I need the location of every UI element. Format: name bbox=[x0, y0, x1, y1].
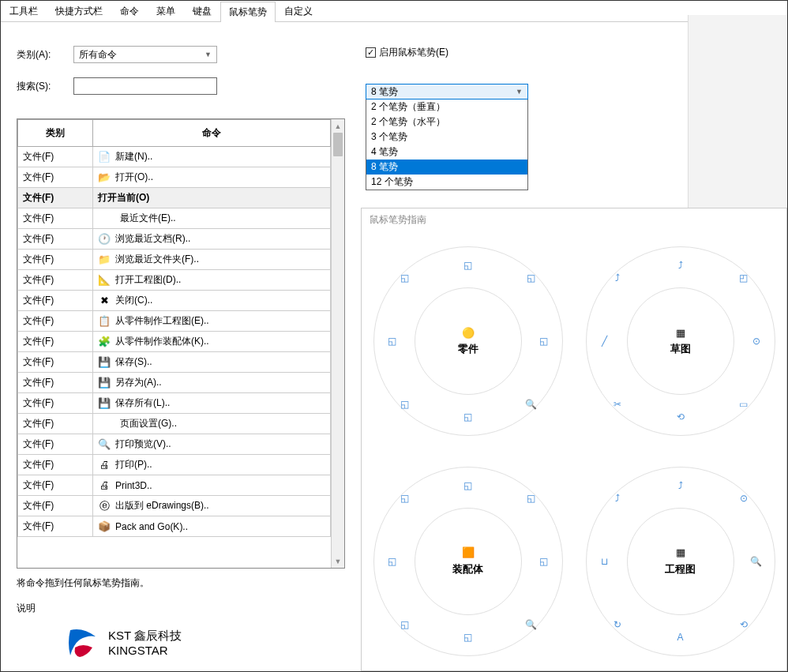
command-icon: 💾 bbox=[98, 356, 111, 369]
check-icon: ✓ bbox=[366, 47, 376, 58]
tab-1[interactable]: 快捷方式栏 bbox=[47, 1, 111, 21]
gesture-guide-panel: 鼠标笔势指南 🟡零件◱◱◱🔍◱◱◱◱▦草图⤴◰⊙▭⟲✂╱⤴🟧装配体◱◱◱🔍◱◱◱… bbox=[361, 208, 787, 671]
gesture-slot[interactable]: 🔍 bbox=[523, 396, 539, 412]
gesture-slot[interactable]: ◱ bbox=[460, 257, 476, 273]
gesture-option[interactable]: 8 笔势 bbox=[366, 160, 527, 175]
table-row[interactable]: 文件(F)💾另存为(A).. bbox=[18, 373, 331, 393]
command-icon: 📦 bbox=[98, 520, 111, 533]
gesture-slot[interactable]: ◱ bbox=[523, 490, 539, 506]
gesture-count-select[interactable]: 8 笔势▼ bbox=[366, 84, 528, 99]
table-row[interactable]: 文件(F)最近文件(E).. bbox=[18, 208, 331, 229]
category-select[interactable]: 所有命令▼ bbox=[73, 46, 217, 63]
command-icon: 🖨 bbox=[98, 459, 111, 471]
gesture-option[interactable]: 2 个笔势（水平） bbox=[366, 115, 527, 130]
table-row[interactable]: 文件(F)📋从零件制作工程图(E).. bbox=[18, 311, 331, 332]
table-row[interactable]: 文件(F)🖨Print3D.. bbox=[18, 475, 331, 496]
command-icon: 📐 bbox=[98, 274, 111, 287]
table-row[interactable]: 文件(F)🧩从零件制作装配体(K).. bbox=[18, 332, 331, 352]
gesture-count-dropdown: 2 个笔势（垂直）2 个笔势（水平）3 个笔势4 笔势8 笔势12 个笔势 bbox=[366, 99, 528, 190]
command-icon: 📋 bbox=[98, 315, 111, 328]
table-row[interactable]: 文件(F)💾保存(S).. bbox=[18, 352, 331, 373]
table-row[interactable]: 文件(F)🔍打印预览(V).. bbox=[18, 434, 331, 455]
wheel-center-icon: ▦ bbox=[674, 326, 687, 339]
gesture-slot[interactable]: ◱ bbox=[385, 554, 400, 569]
gesture-option[interactable]: 2 个笔势（垂直） bbox=[366, 99, 527, 115]
gesture-option[interactable]: 3 个笔势 bbox=[366, 130, 527, 145]
gesture-slot[interactable]: 🔍 bbox=[523, 617, 539, 633]
gesture-slot[interactable]: ◱ bbox=[397, 396, 413, 412]
table-row[interactable]: 文件(F)ⓔ出版到 eDrawings(B).. bbox=[18, 496, 331, 516]
tab-6[interactable]: 自定义 bbox=[276, 1, 321, 21]
tab-4[interactable]: 键盘 bbox=[184, 1, 220, 21]
wheel-label: 装配体 bbox=[452, 562, 483, 576]
gesture-slot[interactable]: 🔍 bbox=[749, 554, 764, 569]
col-category[interactable]: 类别 bbox=[18, 120, 93, 147]
description-label: 说明 bbox=[17, 602, 36, 615]
gesture-slot[interactable]: ◱ bbox=[397, 617, 413, 633]
gesture-slot[interactable]: A bbox=[673, 629, 689, 645]
table-row[interactable]: 文件(F)📄新建(N).. bbox=[18, 147, 331, 167]
table-row[interactable]: 文件(F)📂打开(O).. bbox=[18, 167, 331, 188]
table-row[interactable]: 文件(F)🕐浏览最近文档(R).. bbox=[18, 229, 331, 250]
gesture-slot[interactable]: ⤴ bbox=[610, 490, 625, 506]
scroll-up-icon[interactable]: ▲ bbox=[332, 119, 344, 133]
command-icon: 🧩 bbox=[98, 336, 111, 348]
gesture-slot[interactable]: ▭ bbox=[736, 396, 752, 412]
table-row[interactable]: 文件(F)📁浏览最近文件夹(F).. bbox=[18, 250, 331, 270]
gesture-slot[interactable]: ◱ bbox=[397, 490, 413, 506]
gesture-slot[interactable]: ╱ bbox=[597, 333, 613, 349]
table-scrollbar[interactable]: ▲ ▼ bbox=[331, 119, 344, 568]
gesture-option[interactable]: 4 笔势 bbox=[366, 145, 527, 160]
search-label: 搜索(S): bbox=[17, 80, 73, 93]
table-row[interactable]: 文件(F)页面设置(G).. bbox=[18, 414, 331, 434]
gesture-slot[interactable]: ◱ bbox=[523, 270, 539, 286]
gesture-slot[interactable]: ⟲ bbox=[736, 617, 752, 633]
gesture-slot[interactable]: ◱ bbox=[385, 333, 400, 349]
table-row[interactable]: 文件(F)🖨打印(P).. bbox=[18, 455, 331, 475]
table-row[interactable]: 文件(F)打开当前(O) bbox=[18, 188, 331, 208]
gesture-slot[interactable]: ⊙ bbox=[736, 490, 752, 506]
search-input[interactable] bbox=[73, 77, 217, 95]
gesture-slot[interactable]: ◱ bbox=[460, 478, 476, 494]
enable-gesture-checkbox[interactable]: ✓ 启用鼠标笔势(E) bbox=[366, 46, 448, 59]
tab-3[interactable]: 菜单 bbox=[148, 1, 184, 21]
command-icon: 🔍 bbox=[98, 438, 111, 451]
gesture-slot[interactable]: ◱ bbox=[536, 333, 552, 349]
gesture-option[interactable]: 12 个笔势 bbox=[366, 175, 527, 190]
scroll-thumb[interactable] bbox=[333, 133, 343, 156]
table-row[interactable]: 文件(F)📐打开工程图(D).. bbox=[18, 270, 331, 291]
tab-0[interactable]: 工具栏 bbox=[1, 1, 47, 21]
gesture-slot[interactable]: ⤴ bbox=[673, 478, 689, 494]
gesture-slot[interactable]: ⤴ bbox=[610, 270, 625, 286]
wheel-label: 工程图 bbox=[665, 562, 696, 576]
gesture-slot[interactable]: ◱ bbox=[460, 629, 476, 645]
gesture-wheel: 🟧装配体◱◱◱🔍◱◱◱◱ bbox=[362, 452, 574, 672]
gesture-slot[interactable]: ◱ bbox=[536, 554, 552, 569]
gesture-slot[interactable]: ◱ bbox=[397, 270, 413, 286]
table-row[interactable]: 文件(F)📦Pack and Go(K).. bbox=[18, 516, 331, 537]
logo-icon bbox=[64, 624, 102, 662]
table-row[interactable]: 文件(F)✖关闭(C).. bbox=[18, 291, 331, 311]
gesture-slot[interactable]: ◱ bbox=[460, 409, 476, 425]
gesture-slot[interactable]: ⊙ bbox=[749, 333, 764, 349]
command-icon: 📁 bbox=[98, 253, 111, 266]
guide-title: 鼠标笔势指南 bbox=[362, 208, 786, 231]
table-row[interactable]: 文件(F)💾保存所有(L).. bbox=[18, 393, 331, 414]
tab-5[interactable]: 鼠标笔势 bbox=[220, 2, 276, 22]
scroll-down-icon[interactable]: ▼ bbox=[332, 554, 344, 568]
command-icon: 📂 bbox=[98, 171, 111, 184]
gesture-slot[interactable]: ✂ bbox=[610, 396, 625, 412]
gesture-slot[interactable]: ⊔ bbox=[597, 554, 613, 569]
command-icon: 📄 bbox=[98, 151, 111, 163]
gesture-slot[interactable]: ↻ bbox=[610, 617, 625, 633]
gesture-slot[interactable]: ⟲ bbox=[673, 409, 689, 425]
col-command[interactable]: 命令 bbox=[93, 120, 331, 147]
command-icon: ⓔ bbox=[98, 500, 111, 512]
gesture-slot[interactable]: ◰ bbox=[736, 270, 752, 286]
gesture-slot[interactable]: ⤴ bbox=[673, 257, 689, 273]
drag-hint: 将命令拖到任何鼠标笔势指南。 bbox=[17, 576, 149, 590]
tab-2[interactable]: 命令 bbox=[111, 1, 148, 21]
logo: KST 鑫辰科技 KINGSTAR bbox=[64, 624, 182, 662]
wheel-label: 零件 bbox=[458, 342, 478, 356]
tab-bar: 工具栏快捷方式栏命令菜单键盘鼠标笔势自定义 bbox=[1, 1, 787, 22]
